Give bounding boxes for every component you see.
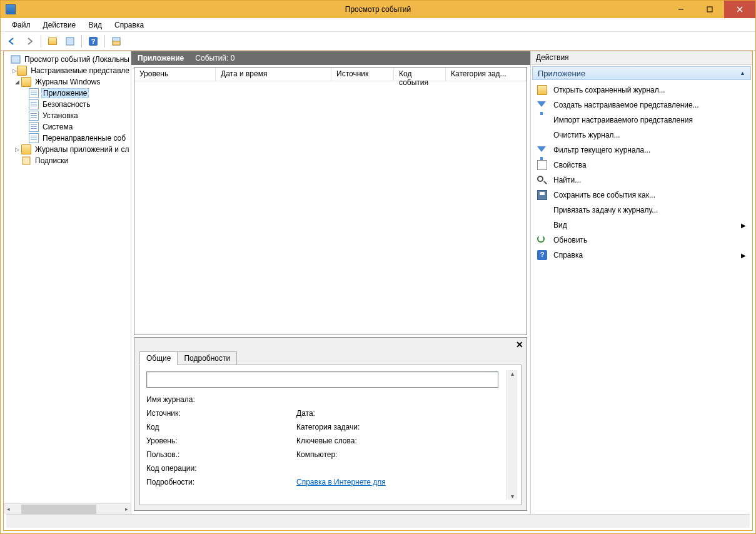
log-icon — [29, 111, 39, 121]
tab-body-general: Имя журнала: Источник: Дата: Код Категор… — [139, 365, 522, 505]
expand-icon[interactable]: ▷ — [13, 146, 21, 153]
titlebar: Просмотр событий — [1, 1, 755, 18]
tree-forwarded-log[interactable]: Перенаправленные соб — [4, 133, 131, 144]
label-user: Пользов.: — [146, 450, 296, 459]
tree-label: Журналы приложений и сл — [34, 145, 130, 154]
col-source[interactable]: Источник — [331, 68, 394, 81]
action-label: Импорт настраиваемого представления — [553, 116, 693, 124]
action-label: Сохранить все события как... — [553, 191, 655, 199]
blank-icon — [537, 205, 547, 215]
action-properties[interactable]: Свойства — [531, 158, 752, 173]
menu-file[interactable]: Файл — [7, 19, 36, 31]
tree-system-log[interactable]: Система — [4, 121, 131, 133]
menu-view[interactable]: Вид — [83, 19, 107, 31]
action-import-custom-view[interactable]: Импорт настраиваемого представления — [531, 113, 752, 128]
action-save-all-events[interactable]: Сохранить все события как... — [531, 188, 752, 203]
tab-details[interactable]: Подробности — [177, 351, 237, 365]
tree-subscriptions[interactable]: Подписки — [4, 155, 131, 166]
actions-pane-title: Действия — [531, 51, 752, 65]
tree-label: Настраиваемые представле — [29, 66, 131, 75]
label-code: Код — [146, 423, 296, 431]
collapse-icon: ▲ — [740, 70, 745, 76]
tree-security-log[interactable]: Безопасность — [4, 99, 131, 110]
log-icon — [29, 122, 39, 132]
folder-icon — [21, 77, 31, 87]
col-datetime[interactable]: Дата и время — [216, 68, 331, 81]
actions-pane: Действия Приложение ▲ Открыть сохраненны… — [531, 51, 752, 514]
help-icon: ? — [537, 250, 547, 260]
menu-action[interactable]: Действие — [38, 19, 81, 31]
action-open-saved-log[interactable]: Открыть сохраненный журнал... — [531, 83, 752, 98]
details-pane: ✕ Общие Подробности Имя журнала: Источни… — [134, 337, 527, 511]
tree-label: Журналы Windows — [34, 78, 101, 86]
col-category[interactable]: Категория зад... — [446, 68, 527, 81]
log-icon — [29, 133, 39, 143]
event-viewer-icon — [11, 54, 21, 64]
log-icon — [29, 99, 39, 109]
expand-icon[interactable]: ▷ — [13, 68, 17, 74]
action-label: Обновить — [553, 236, 587, 244]
tree-windows-logs[interactable]: ◢ Журналы Windows — [4, 76, 131, 88]
label-task-category: Категория задачи: — [296, 423, 459, 431]
tree-label: Безопасность — [41, 100, 92, 109]
action-label: Открыть сохраненный журнал... — [553, 86, 665, 94]
svg-rect-8 — [23, 157, 30, 164]
forward-button[interactable] — [22, 34, 37, 49]
tree-setup-log[interactable]: Установка — [4, 110, 131, 121]
tree-label: Установка — [41, 111, 79, 120]
tree-label: Подписки — [34, 156, 69, 165]
tree-custom-views[interactable]: ▷ Настраиваемые представле — [4, 65, 131, 76]
action-attach-task[interactable]: Привязать задачу к журналу... — [531, 203, 752, 218]
toolbar: ? — [1, 32, 755, 51]
col-level[interactable]: Уровень — [134, 68, 216, 81]
statusbar — [6, 514, 750, 528]
actions-list: Открыть сохраненный журнал... Создать на… — [531, 81, 752, 264]
action-label: Очистить журнал... — [553, 131, 620, 139]
grid-header: Уровень Дата и время Источник Код событи… — [134, 68, 527, 81]
label-computer: Компьютер: — [296, 450, 459, 459]
log-icon — [29, 88, 39, 98]
back-button[interactable] — [4, 34, 19, 49]
save-icon — [537, 190, 547, 200]
action-help-submenu[interactable]: ?Справка▶ — [531, 248, 752, 263]
online-help-link[interactable]: Справка в Интернете для — [296, 478, 386, 486]
actions-section-header[interactable]: Приложение ▲ — [532, 66, 751, 80]
label-date: Дата: — [296, 409, 459, 418]
tree-horizontal-scrollbar[interactable]: ◂▸ — [4, 503, 131, 514]
grid-body[interactable] — [134, 81, 527, 335]
action-clear-log[interactable]: Очистить журнал... — [531, 128, 752, 143]
close-details-button[interactable]: ✕ — [516, 340, 523, 350]
show-tree-button[interactable] — [45, 34, 60, 49]
tree-application-log[interactable]: Приложение — [4, 88, 131, 99]
action-find[interactable]: Найти... — [531, 173, 752, 188]
menubar: Файл Действие Вид Справка — [1, 18, 755, 32]
action-label: Создать настраиваемое представление... — [553, 101, 699, 109]
tree-label: Перенаправленные соб — [41, 134, 127, 143]
menu-help[interactable]: Справка — [109, 19, 149, 31]
action-view-submenu[interactable]: Вид▶ — [531, 218, 752, 233]
toolbar-separator — [104, 35, 105, 48]
action-create-custom-view[interactable]: Создать настраиваемое представление... — [531, 98, 752, 113]
col-eventid[interactable]: Код события — [394, 68, 446, 81]
subscriptions-icon — [21, 156, 31, 166]
event-description-box[interactable] — [146, 371, 498, 388]
center-header: Приложение Событий: 0 — [131, 51, 530, 65]
properties-button[interactable] — [63, 34, 78, 49]
details-vertical-scrollbar[interactable] — [507, 370, 517, 500]
tree-root[interactable]: Просмотр событий (Локальны — [4, 54, 131, 65]
help-button[interactable]: ? — [86, 34, 101, 49]
window-title: Просмотр событий — [1, 5, 755, 14]
center-pane: Приложение Событий: 0 Уровень Дата и вре… — [131, 51, 531, 514]
action-label: Привязать задачу к журналу... — [553, 206, 658, 214]
collapse-icon[interactable]: ◢ — [13, 79, 21, 85]
tree-label: Система — [41, 123, 74, 131]
folder-icon — [17, 66, 27, 76]
label-more-info: Подробности: — [146, 478, 296, 486]
filter-icon — [537, 145, 547, 155]
tab-general[interactable]: Общие — [139, 351, 178, 365]
preview-button[interactable] — [109, 34, 124, 49]
label-keywords: Ключевые слова: — [296, 436, 459, 445]
action-filter-current-log[interactable]: Фильтр текущего журнала... — [531, 143, 752, 158]
tree-app-service-logs[interactable]: ▷ Журналы приложений и сл — [4, 144, 131, 155]
action-refresh[interactable]: Обновить — [531, 233, 752, 248]
